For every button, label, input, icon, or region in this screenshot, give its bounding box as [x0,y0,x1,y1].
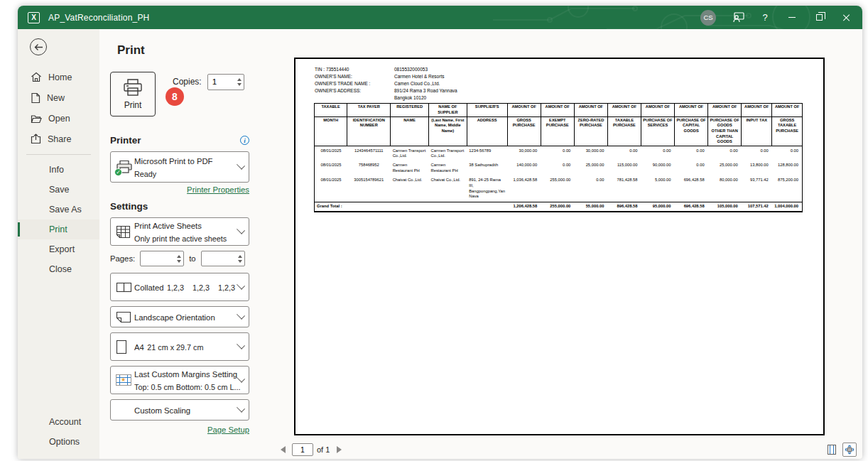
stepper-up-icon[interactable] [237,78,242,81]
table-cell: 758468952 [347,161,391,176]
page-setup-link[interactable]: Page Setup [110,425,249,434]
sidebar-item-share[interactable]: Share [18,129,99,149]
table-header-cell: PURCHASE OF CAPITAL GOODS [675,116,708,146]
sheet-grid-icon [116,225,134,239]
share-people-button[interactable] [726,6,750,29]
table-cell: 128,800.00 [772,161,803,176]
pages-to-stepper[interactable] [201,251,245,266]
scaling-title: Custom Scaling [134,406,190,415]
stepper-down-icon[interactable] [238,260,242,263]
orientation-select[interactable]: Landscape Orientation [110,306,249,327]
copies-label: Copies: [173,77,202,87]
back-arrow-icon [34,43,43,51]
custom-margins-icon: ★ [116,374,131,386]
printer-properties-link[interactable]: Printer Properties [110,185,249,194]
printer-icon [122,78,143,97]
trade-name-value: Camen Cloud Co.,Ltd. [394,80,823,87]
table-cell: 781,428.58 [607,175,641,202]
table-header-cell: NAME OF SUPPLIER [429,104,467,116]
table-row: 08/01/2025758468952Carmen Restaurant PHC… [315,161,803,176]
close-icon [842,13,850,21]
sidebar-item-label: Print [49,224,67,234]
vat-table: TAXABLETAX PAYERREGISTEREDNAME OF SUPPLI… [314,103,803,212]
printer-info-icon[interactable]: i [240,136,249,145]
table-cell: 0.00 [742,146,772,161]
paper-size-subtitle: 21 cm x 29.7 cm [147,343,203,352]
table-cell: 115,000.00 [607,161,641,176]
help-button[interactable]: ? [753,6,777,29]
paper-size-title: A4 [134,343,144,352]
table-cell: 0.00 [708,146,742,161]
table-cell: 93,771.42 [742,175,772,202]
zoom-to-page-button[interactable] [842,443,857,457]
table-cell: 0.00 [641,146,675,161]
sidebar-item-account[interactable]: Account [18,412,99,432]
sidebar-item-home[interactable]: Home [18,67,99,87]
sidebar-item-info[interactable]: Info [18,160,99,180]
scaling-select[interactable]: Custom Scaling [110,399,249,421]
table-header-cell: AMOUNT OF [641,104,675,116]
previous-page-icon [281,446,286,453]
pages-to-label: to [189,254,195,263]
owner-name-value: Carmen Hotel & Resorts [394,73,823,80]
table-cell: Carmen Transport Co.,Ltd. [429,146,467,161]
preview-pager: of 1 [276,440,862,459]
stepper-up-icon[interactable] [238,255,242,258]
table-cell: 140,000.00 [507,161,541,176]
table-cell: 80,000.00 [708,175,742,202]
previous-page-button[interactable] [277,444,288,455]
show-margins-button[interactable] [825,443,839,457]
grand-total-row: Grand Total :1,206,428.58255,000.0055,00… [315,202,803,212]
stepper-down-icon[interactable] [237,83,242,86]
table-header-cell: GROSS TAXABLE PURCHASE [772,116,803,146]
sidebar-item-options[interactable]: Options [18,432,99,452]
sidebar-item-save-as[interactable]: Save As [18,200,99,219]
stepper-down-icon[interactable] [177,260,181,263]
settings-section-heading: Settings [110,201,148,212]
sidebar-item-new[interactable]: New [18,87,99,109]
margins-select[interactable]: ★ Last Custom Margins Setting Top: 0.5 c… [110,366,249,394]
close-button[interactable] [834,6,858,29]
open-folder-icon [31,114,42,124]
printer-select[interactable]: ✓ Microsoft Print to PDF Ready [110,151,249,183]
show-margins-icon [828,445,836,455]
current-page-input[interactable] [292,443,313,456]
sidebar-item-print[interactable]: Print [18,219,99,239]
user-avatar[interactable]: CS [700,10,716,26]
collation-select[interactable]: Collated 1,2,3 1,2,3 1,2,3 [110,273,249,301]
table-cell: 38 Sathupradith [467,161,507,176]
portrait-page-icon [116,340,134,354]
table-cell: 0.00 [541,161,574,176]
sidebar-item-close[interactable]: Close [18,259,99,279]
table-header-cell: PURCHASE OF SERVICES [641,116,675,146]
sidebar-divider [26,154,91,155]
address-label: OWNER'S ADDRESS: [315,87,394,94]
app-window: X AP_VatReconciliation_PH CS ? [18,6,862,459]
margins-title: Last Custom Margins Setting [134,370,237,379]
table-header-cell: AMOUNT OF [541,104,574,116]
table-header-cell: PURCHASE OF GOODS OTHER THAN CAPITAL GOO… [708,116,742,146]
stepper-up-icon[interactable] [177,255,181,258]
print-preview-page: TIN : 735514440 0815532000053 OWNER'S NA… [294,58,825,435]
table-cell: Carmen Restaurant PH [429,161,467,176]
table-header-cell: TAXABLE PURCHASE [607,116,641,146]
table-header-cell: REGISTERED [391,104,429,116]
pages-from-stepper[interactable] [140,251,184,266]
next-page-button[interactable] [333,444,345,455]
sidebar-item-label: Close [49,264,72,274]
sidebar-item-export[interactable]: Export [18,239,99,259]
paper-size-select[interactable]: A4 21 cm x 29.7 cm [110,332,249,361]
print-what-select[interactable]: Print Active Sheets Only print the activ… [110,217,249,246]
table-cell: 0.00 [675,146,708,161]
table-cell: 696,428.58 [675,175,708,202]
restore-button[interactable] [807,6,831,29]
sidebar-item-save[interactable]: Save [18,180,99,200]
print-button[interactable]: Print [110,72,156,116]
back-button[interactable] [30,38,47,55]
backstage-sidebar: Home New Open Share Info Save Save As Pr… [18,29,99,459]
orientation-title: Landscape Orientation [134,313,215,322]
titlebar: X AP_VatReconciliation_PH CS ? [18,6,862,29]
sidebar-item-open[interactable]: Open [18,109,99,129]
copies-stepper[interactable] [207,74,244,90]
minimize-button[interactable] [780,6,804,29]
